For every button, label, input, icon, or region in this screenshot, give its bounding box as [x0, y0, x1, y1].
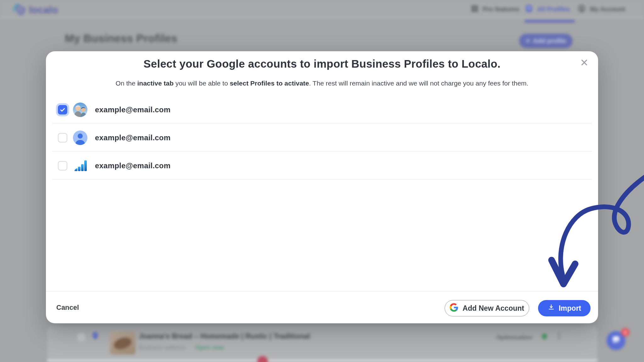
business-address-label: Business address: [139, 344, 186, 351]
google-icon: [450, 303, 458, 314]
page-title: My Business Profiles: [65, 32, 177, 45]
account-checkbox[interactable]: [58, 133, 67, 142]
pin-icon: [91, 331, 100, 340]
account-row[interactable]: example@email.com: [46, 152, 598, 180]
modal-footer: Cancel Add New Account: [46, 292, 598, 323]
chat-icon: [610, 334, 622, 347]
nav-item-pro-features[interactable]: Pro features: [470, 0, 519, 18]
import-accounts-modal: × Select your Google accounts to import …: [46, 51, 598, 323]
account-list: example@email.com exampl: [46, 96, 598, 180]
account-row[interactable]: example@email.com: [46, 96, 598, 124]
row-checkbox[interactable]: [78, 333, 85, 341]
default-user-avatar: [73, 131, 87, 145]
account-checkbox[interactable]: [58, 161, 67, 170]
localo-logo[interactable]: localo: [13, 3, 58, 17]
import-button[interactable]: Import: [538, 300, 591, 316]
shield-icon: [541, 333, 548, 341]
kebab-menu-icon[interactable]: ⋮: [555, 330, 564, 341]
account-email: example@email.com: [95, 161, 170, 170]
close-icon[interactable]: ×: [577, 56, 591, 70]
all-profiles-icon: [525, 4, 533, 14]
brand-name: localo: [29, 4, 58, 16]
cancel-button[interactable]: Cancel: [56, 304, 79, 312]
active-tab-underline: [525, 20, 575, 22]
my-account-icon: [577, 4, 586, 14]
add-profile-button[interactable]: + Add profile: [519, 34, 573, 48]
plus-icon: +: [526, 37, 530, 45]
localo-logo-icon: [13, 3, 26, 17]
download-icon: [547, 304, 555, 313]
optimization-column-label: Optimization: [496, 334, 532, 341]
account-row[interactable]: example@email.com: [46, 124, 598, 152]
add-new-account-button[interactable]: Add New Account: [445, 300, 529, 316]
photo-avatar: [73, 103, 87, 117]
pro-features-icon: [470, 4, 479, 14]
bar-chart-logo-avatar: [73, 159, 87, 173]
modal-subtitle: On the inactive tab you will be able to …: [65, 80, 579, 87]
open-now-status: Open now: [195, 344, 224, 351]
business-name: Joanna's Bread – Homemade | Rustic | Tra…: [139, 332, 310, 341]
account-checkbox[interactable]: [58, 105, 67, 114]
table-bottom-strip: [47, 359, 597, 362]
profile-table-row: Joanna's Bread – Homemade | Rustic | Tra…: [47, 326, 597, 362]
account-email: example@email.com: [95, 105, 170, 114]
nav-item-my-account[interactable]: My Account: [577, 0, 625, 18]
screen: localo Pro features All Profiles: [0, 0, 644, 362]
nav-item-all-profiles[interactable]: All Profiles: [525, 0, 570, 18]
account-email: example@email.com: [95, 133, 170, 142]
business-thumbnail: [110, 331, 136, 354]
chat-badge: 2: [621, 328, 630, 337]
modal-title: Select your Google accounts to import Bu…: [65, 58, 579, 70]
